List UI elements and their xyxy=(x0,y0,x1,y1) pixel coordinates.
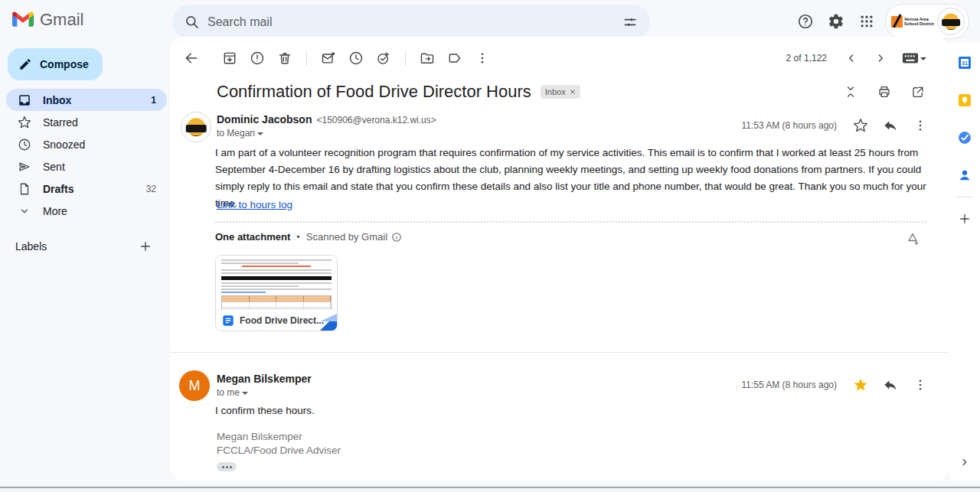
attachment-corner-fold xyxy=(320,314,337,331)
star-message-icon[interactable] xyxy=(851,116,870,135)
more-options-icon[interactable] xyxy=(469,44,496,72)
account-switcher[interactable]: Verona Area School District xyxy=(885,4,969,39)
sender-name: Dominic Jacobson xyxy=(217,113,312,125)
clock-icon xyxy=(17,138,32,152)
subject-row: Confirmation of Food Drive Director Hour… xyxy=(217,80,929,103)
attachment-count: One attachment xyxy=(215,231,290,243)
attachment-filename: Food Drive Direct... xyxy=(240,315,324,326)
recipient-caret-icon xyxy=(242,392,248,395)
sender-name: Megan Bilskemper xyxy=(217,373,312,385)
draft-file-icon xyxy=(17,182,32,196)
inbox-icon xyxy=(17,93,32,107)
rail-divider xyxy=(956,197,973,197)
mail-view: 2 of 1,122 Confirmation of Food Drive Di… xyxy=(170,37,949,481)
attachment-card[interactable]: Food Drive Direct... xyxy=(215,255,338,331)
help-icon[interactable] xyxy=(790,6,821,37)
show-trimmed-content-icon[interactable] xyxy=(217,462,237,471)
reply-icon[interactable] xyxy=(881,376,900,394)
gmail-m-icon xyxy=(12,11,34,28)
hours-log-link[interactable]: Link to hours log xyxy=(217,199,292,210)
report-spam-icon[interactable] xyxy=(243,44,271,72)
add-all-to-drive-icon[interactable] xyxy=(902,228,923,249)
get-addons-icon[interactable] xyxy=(951,205,978,233)
org-logo-mark xyxy=(891,16,903,28)
message-1-body: I am part of a volunteer recognition pro… xyxy=(215,145,927,212)
signature-name: Megan Bilskemper xyxy=(217,430,341,444)
keep-icon[interactable] xyxy=(951,86,978,114)
add-to-tasks-icon[interactable] xyxy=(370,44,397,72)
compose-label: Compose xyxy=(40,58,89,70)
settings-gear-icon[interactable] xyxy=(821,6,851,37)
search-bar[interactable] xyxy=(172,5,650,39)
label-icon[interactable] xyxy=(441,44,469,72)
inbox-label-chip[interactable]: Inbox xyxy=(541,85,580,99)
search-options-icon[interactable] xyxy=(615,7,645,37)
reply-icon[interactable] xyxy=(881,116,900,135)
org-logo-text: Verona Area School District xyxy=(904,17,934,27)
delete-icon[interactable] xyxy=(271,44,299,72)
gmail-logo: Gmail xyxy=(12,10,83,30)
toolbar-divider xyxy=(405,51,406,66)
sidebar-item-more[interactable]: More xyxy=(6,200,167,222)
message-2-from: Megan Bilskemper to me xyxy=(217,373,312,398)
toolbar-divider xyxy=(306,51,307,66)
pencil-icon xyxy=(18,57,32,71)
message-more-icon[interactable] xyxy=(911,376,929,394)
sender-avatar-initial[interactable]: M xyxy=(179,370,210,401)
drafts-count: 32 xyxy=(146,184,156,194)
message-2-meta: 11:55 AM (8 hours ago) xyxy=(741,376,929,394)
recipient-details-toggle[interactable]: to me xyxy=(217,387,312,398)
calendar-icon[interactable]: 31 xyxy=(951,49,978,77)
contacts-icon[interactable] xyxy=(951,161,978,189)
back-icon[interactable] xyxy=(178,44,205,72)
sidebar-item-drafts[interactable]: Drafts 32 xyxy=(6,178,167,200)
search-input[interactable] xyxy=(207,15,615,29)
message-more-icon[interactable] xyxy=(911,116,929,135)
google-apps-icon[interactable] xyxy=(851,6,882,37)
create-label-icon[interactable] xyxy=(135,236,156,257)
window-bottom-strip xyxy=(0,488,980,492)
message-2-body: I confirm these hours. xyxy=(215,402,927,419)
tasks-icon[interactable] xyxy=(951,124,978,152)
show-side-panel-icon[interactable] xyxy=(951,448,978,476)
collapse-all-icon[interactable] xyxy=(839,80,862,103)
message-1-meta: 11:53 AM (8 hours ago) xyxy=(741,116,929,135)
newer-chevron-left-icon[interactable] xyxy=(839,46,864,70)
signature: Megan Bilskemper FCCLA/Food Drive Advise… xyxy=(217,430,341,458)
recipient-details-toggle[interactable]: to Megan xyxy=(217,128,436,138)
star-message-icon-active[interactable] xyxy=(851,376,870,394)
snooze-icon[interactable] xyxy=(342,44,370,72)
thread-subject: Confirmation of Food Drive Director Hour… xyxy=(217,82,531,102)
user-avatar[interactable] xyxy=(937,8,965,35)
svg-text:31: 31 xyxy=(962,60,968,67)
move-to-icon[interactable] xyxy=(413,44,441,72)
chevron-down-icon xyxy=(17,206,32,217)
sidebar-item-sent[interactable]: Sent xyxy=(6,155,167,178)
sidebar-item-snoozed[interactable]: Snoozed xyxy=(6,133,167,155)
chip-remove-icon[interactable] xyxy=(570,89,576,95)
open-in-new-icon[interactable] xyxy=(906,80,929,103)
subject-actions xyxy=(839,80,929,103)
recipient-caret-icon xyxy=(257,132,263,135)
older-chevron-right-icon[interactable] xyxy=(868,46,893,70)
sidebar-item-starred[interactable]: Starred xyxy=(6,111,167,133)
info-icon[interactable] xyxy=(391,232,402,243)
product-name: Gmail xyxy=(40,10,83,30)
search-icon[interactable] xyxy=(177,7,207,37)
scanned-by-gmail: Scanned by Gmail xyxy=(306,231,402,243)
attachment-divider xyxy=(215,221,926,223)
message-time: 11:53 AM (8 hours ago) xyxy=(741,120,837,131)
send-icon xyxy=(17,160,32,174)
inbox-count: 1 xyxy=(151,95,156,106)
print-icon[interactable] xyxy=(873,80,896,103)
org-logo: Verona Area School District xyxy=(891,8,935,34)
sidebar-item-inbox[interactable]: Inbox 1 xyxy=(6,89,167,111)
archive-icon[interactable] xyxy=(216,44,243,72)
sidebar: Compose Inbox 1 Starred Snoozed Sent Dra… xyxy=(0,43,170,481)
mark-unread-icon[interactable] xyxy=(315,44,342,72)
input-tools-icon[interactable] xyxy=(902,52,926,64)
thread-pager: 2 of 1,122 xyxy=(786,44,926,72)
attachment-caption: Food Drive Direct... xyxy=(216,309,337,331)
compose-button[interactable]: Compose xyxy=(8,48,103,80)
sender-avatar[interactable] xyxy=(181,112,211,142)
